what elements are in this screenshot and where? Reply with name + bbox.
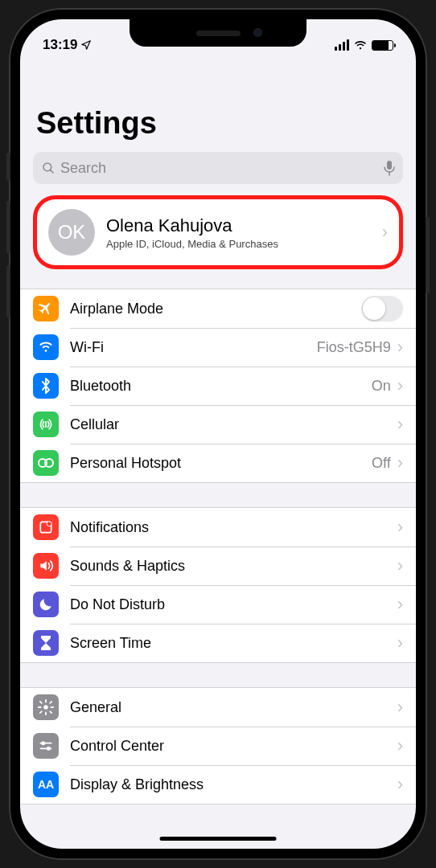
status-time: 13:19 — [43, 37, 77, 53]
airplane-icon — [33, 296, 59, 321]
search-input[interactable] — [60, 160, 384, 177]
airplane-toggle[interactable] — [361, 296, 403, 321]
dnd-icon — [33, 592, 59, 617]
row-airplane-mode[interactable]: Airplane Mode — [20, 289, 416, 328]
row-dnd[interactable]: Do Not Disturb › — [20, 585, 416, 624]
row-cellular[interactable]: Cellular › — [20, 405, 416, 444]
row-label: Personal Hotspot — [70, 455, 372, 472]
svg-point-9 — [43, 705, 48, 710]
row-bluetooth[interactable]: Bluetooth On › — [20, 366, 416, 405]
screentime-icon — [33, 630, 59, 656]
chevron-right-icon: › — [397, 697, 403, 718]
sounds-icon — [33, 553, 59, 579]
avatar: OK — [48, 209, 95, 256]
chevron-right-icon: › — [397, 735, 403, 756]
row-hotspot[interactable]: Personal Hotspot Off › — [20, 444, 416, 482]
general-icon — [33, 694, 59, 720]
home-indicator[interactable] — [160, 837, 277, 841]
settings-group-system: General › Control Center › AA Display & … — [20, 687, 416, 805]
row-notifications[interactable]: Notifications › — [20, 508, 416, 547]
cellular-icon — [33, 411, 59, 437]
chevron-right-icon: › — [397, 594, 403, 615]
row-control-center[interactable]: Control Center › — [20, 727, 416, 765]
row-display[interactable]: AA Display & Brightness › — [20, 765, 416, 804]
row-label: Notifications — [70, 519, 396, 536]
notifications-icon — [33, 514, 59, 540]
display-icon: AA — [33, 772, 59, 797]
row-label: Wi-Fi — [70, 339, 317, 356]
chevron-right-icon: › — [397, 517, 403, 538]
settings-group-connectivity: Airplane Mode Wi-Fi Fios-tG5H9 › Bluetoo… — [20, 289, 416, 483]
row-value: On — [372, 378, 391, 395]
row-label: Screen Time — [70, 635, 396, 652]
battery-icon — [372, 40, 393, 51]
chevron-right-icon: › — [397, 555, 403, 576]
chevron-right-icon: › — [397, 452, 403, 473]
svg-rect-2 — [387, 161, 392, 170]
chevron-right-icon: › — [397, 414, 403, 435]
control-center-icon — [33, 733, 59, 759]
hotspot-icon — [33, 450, 59, 476]
chevron-right-icon: › — [397, 337, 403, 358]
page-title: Settings — [20, 59, 416, 147]
row-screentime[interactable]: Screen Time › — [20, 624, 416, 662]
chevron-right-icon: › — [382, 222, 388, 243]
location-icon — [80, 39, 92, 51]
microphone-icon[interactable] — [384, 160, 395, 176]
row-label: Cellular — [70, 416, 396, 433]
chevron-right-icon: › — [397, 375, 403, 396]
profile-subtitle: Apple ID, iCloud, Media & Purchases — [106, 238, 278, 250]
row-general[interactable]: General › — [20, 688, 416, 727]
row-label: Control Center — [70, 738, 396, 755]
cellular-signal-icon — [335, 39, 349, 51]
row-label: Display & Brightness — [70, 776, 396, 793]
row-label: Bluetooth — [70, 378, 372, 395]
row-value: Fios-tG5H9 — [317, 339, 391, 356]
row-wifi[interactable]: Wi-Fi Fios-tG5H9 › — [20, 328, 416, 366]
apple-id-row[interactable]: OK Olena Kahujova Apple ID, iCloud, Medi… — [33, 195, 403, 269]
row-label: General — [70, 699, 396, 716]
svg-point-8 — [47, 522, 51, 526]
row-label: Airplane Mode — [70, 301, 361, 317]
bluetooth-icon — [33, 373, 59, 399]
row-label: Sounds & Haptics — [70, 558, 396, 575]
wifi-settings-icon — [33, 334, 59, 360]
notch — [130, 19, 306, 47]
row-value: Off — [372, 455, 391, 472]
settings-group-attention: Notifications › Sounds & Haptics › Do No… — [20, 507, 416, 663]
search-bar[interactable] — [33, 152, 403, 184]
chevron-right-icon: › — [397, 774, 403, 795]
profile-name: Olena Kahujova — [106, 215, 278, 236]
chevron-right-icon: › — [397, 633, 403, 653]
row-sounds[interactable]: Sounds & Haptics › — [20, 547, 416, 585]
svg-line-1 — [51, 170, 53, 173]
search-icon — [41, 161, 56, 175]
row-label: Do Not Disturb — [70, 596, 396, 613]
wifi-icon — [353, 39, 368, 51]
